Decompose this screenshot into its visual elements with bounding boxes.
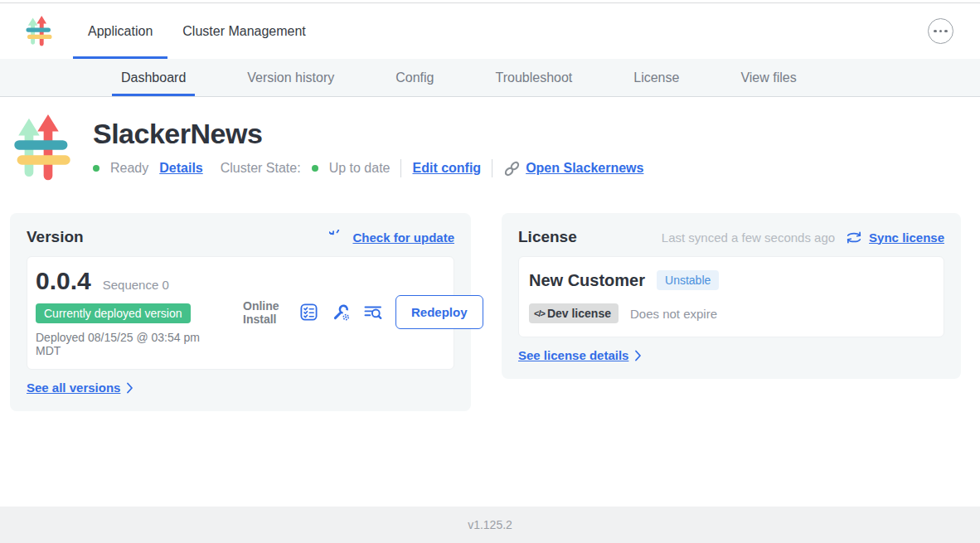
open-app-link[interactable]: Open Slackernews [503,160,643,177]
edit-config-link[interactable]: Edit config [412,161,481,176]
version-number: 0.0.4 [36,267,91,295]
deployed-status-badge: Currently deployed version [36,303,191,323]
channel-badge: Unstable [657,270,719,290]
customer-name: New Customer [529,271,645,290]
see-all-versions-link[interactable]: See all versions [27,381,454,395]
subnav-item-dashboard[interactable]: Dashboard [112,59,195,96]
app-logo-icon [25,15,53,48]
deployed-timestamp: Deployed 08/15/25 @ 03:54 pm MDT [36,331,206,357]
view-logs-search-icon[interactable] [363,303,383,322]
app-header: SlackerNews Ready Details Cluster State:… [12,114,980,183]
ready-status-dot-icon [93,165,99,172]
refresh-icon [329,230,345,245]
cluster-status-dot-icon [312,165,318,172]
code-icon: </> [534,308,545,318]
subnav-item-view-files[interactable]: View files [731,59,805,96]
tab-cluster-management-label: Cluster Management [182,24,306,39]
more-menu-button[interactable] [928,18,953,44]
dashboard-cards: Version Check for update 0.0.4 Sequence … [10,213,970,411]
page-title: SlackerNews [93,118,643,150]
tab-cluster-management[interactable]: Cluster Management [167,3,321,59]
current-version-panel: 0.0.4 Sequence 0 Currently deployed vers… [27,256,454,370]
ready-status-label: Ready [110,161,148,176]
last-synced-label: Last synced a few seconds ago [662,230,835,245]
preflight-checklist-icon[interactable] [298,303,318,322]
ellipsis-icon [934,30,937,33]
check-for-update-link[interactable]: Check for update [329,230,454,245]
status-details-link[interactable]: Details [159,161,202,176]
app-logo-icon [12,114,73,183]
sync-arrows-icon [846,230,862,245]
app-subnav: Dashboard Version history Config Trouble… [0,59,980,97]
sequence-label: Sequence 0 [103,278,169,292]
divider [492,159,492,177]
license-expiry-text: Does not expire [630,307,717,321]
subnav-item-config[interactable]: Config [386,59,443,96]
config-wrench-icon[interactable] [331,303,351,322]
subnav-item-troubleshoot[interactable]: Troubleshoot [486,59,581,96]
app-footer: v1.125.2 [0,507,980,543]
license-card-title: License [518,228,577,246]
install-type-label: Online Install [243,299,286,326]
subnav-item-version-history[interactable]: Version history [238,59,343,96]
cluster-state-value: Up to date [329,161,391,176]
license-type-badge: </> Dev license [529,303,619,323]
chevron-right-icon [126,382,133,394]
top-header: Application Cluster Management [0,3,980,59]
sync-license-link[interactable]: Sync license [846,230,944,245]
tab-application[interactable]: Application [73,3,167,59]
version-card-title: Version [27,228,84,246]
redeploy-button[interactable]: Redeploy [395,295,483,329]
tab-application-label: Application [88,24,153,39]
divider [400,159,401,177]
chevron-right-icon [634,350,642,361]
chain-link-icon [503,160,521,177]
see-license-details-link[interactable]: See license details [518,348,944,362]
cluster-state-label: Cluster State: [221,161,301,176]
subnav-item-license[interactable]: License [624,59,688,96]
version-card: Version Check for update 0.0.4 Sequence … [10,213,471,411]
license-summary-panel: New Customer Unstable </> Dev license Do… [518,256,944,337]
license-card: License Last synced a few seconds ago Sy… [502,213,961,379]
console-version-label: v1.125.2 [468,518,512,531]
app-status-row: Ready Details Cluster State: Up to date … [93,159,643,177]
